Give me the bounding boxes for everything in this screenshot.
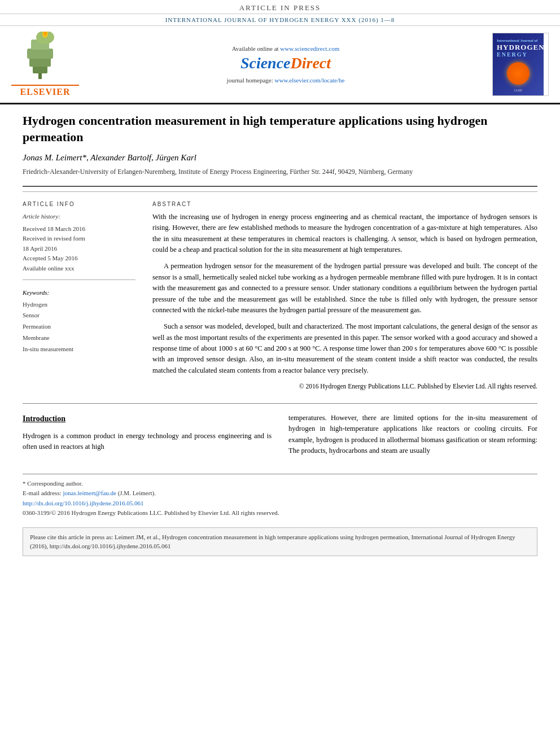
article-main-columns: ARTICLE INFO Article history: Received 1… — [23, 201, 537, 392]
keywords-heading: Keywords: — [23, 289, 135, 296]
header-center: Available online at www.sciencedirect.co… — [85, 45, 487, 84]
abstract-p2: A permeation hydrogen sensor for the mea… — [152, 261, 537, 316]
footnote-area: * Corresponding author. E-mail address: … — [23, 474, 537, 518]
abstract-heading: ABSTRACT — [152, 201, 537, 207]
info-divider — [23, 279, 135, 280]
section-divider — [23, 403, 537, 404]
article-info-column: ARTICLE INFO Article history: Received 1… — [23, 201, 135, 392]
paper-title: Hydrogen concentration measurement in hi… — [23, 113, 537, 145]
keyword-5: In-situ measurement — [23, 344, 135, 355]
citation-text: Please cite this article in press as: Le… — [30, 534, 515, 550]
received-2b: 18 April 2016 — [23, 244, 135, 254]
title-divider-2 — [23, 191, 537, 192]
authors-text: Jonas M. Leimert*, Alexander Bartolf, Jü… — [23, 153, 196, 162]
keyword-1: Hydrogen — [23, 299, 135, 311]
cover-intl: International Journal of — [497, 38, 540, 43]
sciencedirect-url[interactable]: www.sciencedirect.com — [280, 45, 339, 52]
available-online-label: Available online at — [232, 45, 279, 52]
body-columns: Introduction Hydrogen is a common produc… — [23, 413, 537, 457]
doi-link[interactable]: http://dx.doi.org/10.1016/j.ijhydene.201… — [23, 500, 144, 506]
journal-homepage-url[interactable]: www.elsevier.com/locate/he — [275, 77, 345, 84]
keyword-2: Sensor — [23, 310, 135, 321]
email-note: E-mail address: jonas.leimert@fau.de (J.… — [23, 488, 537, 499]
cover-hydrogen: HYDROGEN — [497, 43, 540, 52]
sciencedirect-logo: ScienceDirect — [85, 54, 487, 72]
elsevier-tree-icon — [23, 32, 68, 82]
body-col-right: temperatures. However, there are limited… — [288, 413, 537, 457]
email-label: E-mail address: — [23, 490, 63, 496]
cover-publisher: IAHE — [514, 89, 522, 92]
abstract-p3: Such a sensor was modeled, developed, bu… — [152, 321, 537, 376]
abstract-p1: With the increasing use of hydrogen in e… — [152, 212, 537, 256]
article-history: Article history: Received 18 March 2016 … — [23, 212, 135, 274]
received-1: Received 18 March 2016 — [23, 224, 135, 234]
available-online: Available online at www.sciencedirect.co… — [85, 45, 487, 52]
main-content: Hydrogen concentration measurement in hi… — [0, 104, 560, 565]
aip-banner: ARTICLE IN PRESS — [0, 0, 560, 14]
email-link[interactable]: jonas.leimert@fau.de — [63, 490, 116, 496]
science-word: Science — [240, 54, 291, 72]
keywords-list: Hydrogen Sensor Permeation Membrane In-s… — [23, 299, 135, 355]
cover-title: International Journal of HYDROGEN ENERGY — [495, 37, 541, 60]
svg-rect-2 — [29, 58, 51, 67]
elsevier-label: ELSEVIER — [11, 85, 79, 97]
received-2: Received in revised form — [23, 234, 135, 244]
affiliation: Friedrich-Alexander-University of Erlang… — [23, 167, 537, 177]
article-info-heading: ARTICLE INFO — [23, 201, 135, 207]
intro-p2: temperatures. However, there are limited… — [288, 413, 537, 457]
cover-energy: ENERGY — [497, 51, 540, 58]
accepted-date: Accepted 5 May 2016 — [23, 254, 135, 264]
journal-homepage-label: journal homepage: — [227, 77, 273, 84]
journal-cover-box: International Journal of HYDROGEN ENERGY… — [493, 33, 544, 95]
journal-homepage: journal homepage: www.elsevier.com/locat… — [85, 77, 487, 84]
available-online: Available online xxx — [23, 264, 135, 274]
aip-banner-text: ARTICLE IN PRESS — [239, 3, 321, 12]
citation-box: Please cite this article in press as: Le… — [23, 527, 537, 556]
direct-word: Direct — [291, 54, 331, 72]
corresponding-text: * Corresponding author. — [23, 480, 83, 487]
svg-rect-3 — [27, 49, 53, 59]
issn-line: 0360-3199/© 2016 Hydrogen Energy Publica… — [23, 508, 537, 518]
authors: Jonas M. Leimert*, Alexander Bartolf, Jü… — [23, 153, 537, 163]
email-name: (J.M. Leimert). — [118, 490, 156, 496]
intro-p1: Hydrogen is a common product in energy t… — [23, 431, 272, 453]
elsevier-logo: ELSEVIER — [11, 32, 79, 97]
abstract-text: With the increasing use of hydrogen in e… — [152, 212, 537, 392]
journal-header: ELSEVIER Available online at www.science… — [0, 26, 560, 104]
journal-bar: INTERNATIONAL JOURNAL OF HYDROGEN ENERGY… — [0, 14, 560, 26]
copyright-line: © 2016 Hydrogen Energy Publications LLC.… — [152, 382, 537, 392]
keyword-4: Membrane — [23, 333, 135, 344]
keywords-section: Keywords: Hydrogen Sensor Permeation Mem… — [23, 289, 135, 355]
history-title: Article history: — [23, 212, 135, 222]
svg-rect-1 — [33, 65, 47, 73]
title-divider — [23, 186, 537, 187]
doi-line: http://dx.doi.org/10.1016/j.ijhydene.201… — [23, 499, 537, 509]
journal-bar-text: INTERNATIONAL JOURNAL OF HYDROGEN ENERGY… — [165, 16, 395, 23]
journal-cover: International Journal of HYDROGEN ENERGY… — [492, 33, 549, 96]
keyword-3: Permeation — [23, 321, 135, 333]
body-col-left: Introduction Hydrogen is a common produc… — [23, 413, 272, 457]
corresponding-note: * Corresponding author. — [23, 479, 537, 489]
abstract-column: ABSTRACT With the increasing use of hydr… — [152, 201, 537, 392]
introduction-title: Introduction — [23, 413, 272, 425]
cover-circle-graphic — [507, 62, 530, 85]
